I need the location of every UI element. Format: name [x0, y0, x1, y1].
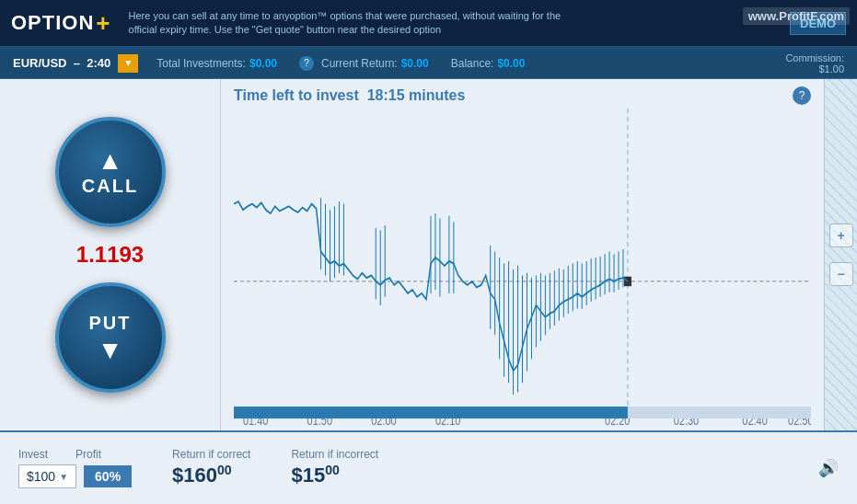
- total-investments-stat: Total Investments: $0.00: [156, 57, 277, 70]
- balance-label: Balance:: [451, 57, 494, 70]
- call-button[interactable]: ▲ CALL: [55, 117, 166, 227]
- return-correct-label: Return if correct: [172, 448, 250, 461]
- pair-dropdown-button[interactable]: [118, 54, 138, 73]
- chart-wrapper: 01:40 01:50 02:00 02:10 02:20 02:30 02:4…: [221, 109, 824, 430]
- zoom-in-button[interactable]: +: [829, 223, 853, 247]
- invest-section: Invest Profit $100 ▼ 60%: [18, 448, 132, 488]
- return-incorrect-value: $1500: [291, 463, 378, 487]
- return-correct-amount: $160: [172, 464, 217, 487]
- sound-icon[interactable]: 🔊: [818, 458, 839, 478]
- return-incorrect-cents: 00: [325, 463, 340, 477]
- current-return-stat: Current Return: $0.00: [321, 57, 429, 70]
- logo-plus: +: [96, 9, 110, 38]
- current-return-label: Current Return:: [321, 57, 398, 70]
- header-desc-line2: official expiry time. Use the "Get quote…: [129, 24, 442, 35]
- header: OPTION + Here you can sell at any time t…: [0, 0, 857, 48]
- price-chart: 01:40 01:50 02:00 02:10 02:20 02:30 02:4…: [234, 109, 811, 430]
- time-left-value: 18:15 minutes: [367, 87, 466, 103]
- logo-text: OPTION: [11, 11, 94, 35]
- invest-value: $100: [27, 469, 55, 484]
- balance-value: $0.00: [497, 57, 525, 70]
- put-arrow-icon: ▼: [98, 338, 123, 363]
- commission: Commission: $1.00: [785, 52, 844, 74]
- call-label: CALL: [82, 176, 138, 197]
- invest-labels: Invest Profit: [18, 448, 101, 461]
- invest-label: Invest: [18, 448, 48, 461]
- price-display: 1.1193: [76, 242, 144, 268]
- invest-controls: $100 ▼ 60%: [18, 464, 132, 488]
- return-incorrect-label: Return if incorrect: [291, 448, 378, 461]
- balance-stat: Balance: $0.00: [451, 57, 526, 70]
- pair-value: EUR/USD: [13, 56, 67, 70]
- zoom-out-button[interactable]: −: [829, 262, 853, 286]
- profit-display: 60%: [84, 465, 132, 487]
- total-investments-value: $0.00: [249, 57, 277, 70]
- return-correct-cents: 00: [217, 463, 232, 477]
- main-content: ▲ CALL 1.1193 PUT ▼ Time left to invest …: [0, 79, 857, 430]
- invest-dropdown-icon[interactable]: ▼: [59, 472, 68, 482]
- expiry-value: 2:40: [87, 56, 110, 70]
- profit-label: Profit: [75, 448, 101, 461]
- bottom-bar: Invest Profit $100 ▼ 60% Return if corre…: [0, 430, 857, 504]
- chart-header: Time left to invest 18:15 minutes ?: [221, 79, 824, 109]
- time-left-label: Time left to invest: [234, 87, 359, 103]
- commission-value: $1.00: [818, 63, 844, 74]
- svg-rect-57: [628, 407, 811, 418]
- chart-help-icon[interactable]: ?: [793, 86, 811, 105]
- pair-label: EUR/USD – 2:40: [13, 56, 110, 70]
- total-investments-label: Total Investments:: [156, 57, 246, 70]
- logo: OPTION +: [11, 9, 110, 38]
- return-correct-section: Return if correct $16000: [172, 448, 250, 487]
- chart-area: Time left to invest 18:15 minutes ?: [221, 79, 824, 430]
- time-left-display: Time left to invest 18:15 minutes: [234, 87, 465, 104]
- call-arrow-icon: ▲: [98, 148, 123, 174]
- commission-label: Commission:: [785, 52, 844, 63]
- left-panel: ▲ CALL 1.1193 PUT ▼: [0, 79, 221, 430]
- watermark: www.ProfitF.com: [743, 7, 850, 25]
- put-button[interactable]: PUT ▼: [55, 282, 166, 393]
- return-incorrect-amount: $15: [291, 464, 325, 487]
- subheader: EUR/USD – 2:40 Total Investments: $0.00 …: [0, 48, 857, 79]
- invest-input[interactable]: $100 ▼: [18, 464, 76, 488]
- return-correct-value: $16000: [172, 463, 250, 487]
- header-desc-line1: Here you can sell at any time to anyopti…: [129, 10, 562, 21]
- zoom-panel: + −: [824, 79, 857, 430]
- put-label: PUT: [89, 313, 132, 334]
- help-icon[interactable]: ?: [299, 56, 314, 71]
- header-description: Here you can sell at any time to anyopti…: [129, 9, 644, 38]
- svg-rect-56: [234, 407, 628, 418]
- return-incorrect-section: Return if incorrect $1500: [291, 448, 378, 487]
- current-return-value: $0.00: [401, 57, 429, 70]
